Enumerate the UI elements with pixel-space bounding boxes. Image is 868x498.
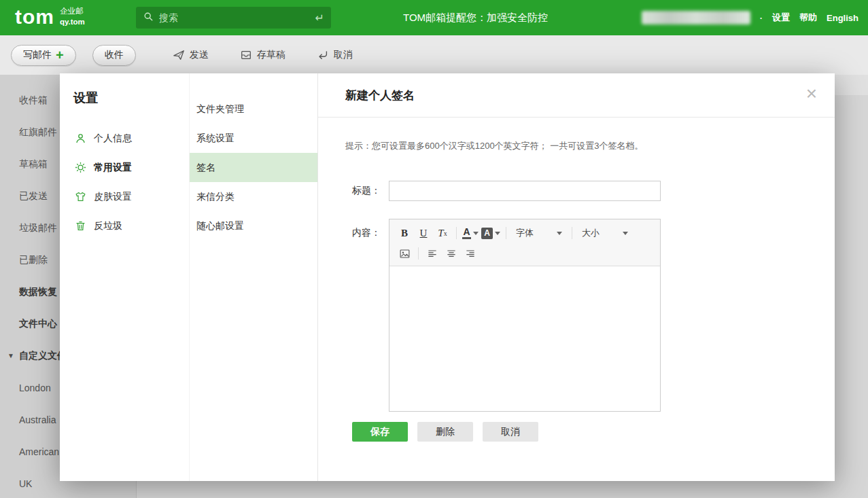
save-draft-button[interactable]: 存草稿 [240, 49, 285, 61]
compose-label: 写邮件 [23, 49, 52, 61]
menu-item-common-settings[interactable]: 常用设置 [60, 153, 189, 182]
underline-button[interactable]: U [415, 225, 432, 241]
nav-help-link[interactable]: 帮助 [799, 12, 817, 24]
rich-text-editor: B U Tx A A 字体 [389, 219, 661, 412]
insert-image-button[interactable] [396, 245, 413, 262]
menu-item-personal-info[interactable]: 个人信息 [60, 124, 189, 153]
brand-lines: 企业邮 qy.tom [60, 6, 85, 27]
save-draft-label: 存草稿 [257, 49, 285, 61]
toolbar-separator [456, 227, 457, 239]
cancel-signature-button[interactable]: 取消 [483, 422, 538, 442]
bold-button[interactable]: B [396, 225, 413, 241]
editor-toolbar: B U Tx A A 字体 [389, 219, 660, 266]
signature-tip: 提示：您可设置最多600个汉字或1200个英文字符； 一共可设置3个签名档。 [345, 140, 835, 152]
delete-signature-button[interactable]: 删除 [417, 422, 473, 442]
caret-down-icon [495, 232, 500, 235]
content-field-row: 内容： B U Tx A A [352, 219, 835, 412]
highlight-color-button[interactable]: A [481, 225, 500, 241]
title-field-row: 标题： [352, 181, 835, 201]
chevron-down-icon: ▼ [7, 352, 14, 359]
receive-label: 收件 [105, 49, 124, 61]
clear-format-button[interactable]: Tx [434, 225, 451, 241]
gear-icon [75, 162, 86, 173]
action-buttons: 保存 删除 取消 [352, 422, 835, 442]
title-field-label: 标题： [352, 185, 389, 197]
caret-down-icon [623, 232, 628, 235]
cancel-label: 取消 [334, 49, 353, 61]
trash-icon [75, 220, 86, 232]
user-icon [75, 132, 86, 144]
account-email-redacted[interactable] [642, 11, 750, 24]
send-icon [173, 49, 185, 61]
nav-settings-link[interactable]: 设置 [772, 12, 790, 24]
caret-down-icon [473, 232, 479, 235]
cancel-icon [317, 49, 329, 61]
signature-panel: 新建个人签名 × 提示：您可设置最多600个汉字或1200个英文字符； 一共可设… [317, 73, 835, 481]
tshirt-icon [75, 191, 86, 202]
content-field-label: 内容： [352, 219, 389, 239]
toolbar-separator [506, 227, 506, 239]
send-button[interactable]: 发送 [173, 49, 209, 61]
settings-modal: 设置 个人信息 常用设置 皮肤设置 反垃圾 文件夹管理 [60, 73, 835, 481]
align-center-button[interactable] [443, 245, 459, 262]
signature-title-input[interactable] [389, 181, 661, 201]
submenu-item-mail-classification[interactable]: 来信分类 [190, 182, 317, 211]
toolbar-separator [418, 247, 419, 260]
header-nav: · 设置 帮助 English [642, 0, 858, 35]
toolbar-separator [572, 227, 572, 239]
compose-button[interactable]: 写邮件 + [11, 45, 76, 66]
search-box[interactable]: ↵ [136, 7, 331, 29]
cancel-button[interactable]: 取消 [317, 49, 353, 61]
brand-logo[interactable]: tom 企业邮 qy.tom [15, 5, 85, 29]
enter-key-icon: ↵ [315, 12, 324, 24]
mail-toolbar: 写邮件 + 收件 发送 存草稿 取消 [0, 35, 868, 75]
brand-line1: 企业邮 [60, 6, 85, 17]
align-left-button[interactable] [424, 245, 440, 262]
security-notice: TOM邮箱提醒您：加强安全防控 [403, 0, 548, 35]
panel-header: 新建个人签名 [318, 73, 835, 118]
receive-button[interactable]: 收件 [92, 45, 136, 66]
nav-language-link[interactable]: English [827, 13, 858, 23]
search-input[interactable] [159, 12, 315, 23]
align-right-button[interactable] [462, 245, 479, 262]
save-signature-button[interactable]: 保存 [352, 422, 408, 442]
save-draft-icon [240, 49, 252, 61]
font-size-select[interactable]: 大小 [579, 225, 631, 241]
submenu-item-folder-management[interactable]: 文件夹管理 [190, 94, 317, 124]
settings-menu: 设置 个人信息 常用设置 皮肤设置 反垃圾 [60, 73, 189, 481]
menu-item-skin-settings[interactable]: 皮肤设置 [60, 182, 189, 211]
font-family-select[interactable]: 字体 [513, 225, 565, 241]
brand-line2: qy.tom [60, 17, 85, 28]
caret-down-icon [557, 232, 562, 235]
signature-content-area[interactable] [389, 266, 660, 411]
submenu-item-signature[interactable]: 签名 [190, 153, 317, 182]
search-icon [143, 11, 154, 24]
settings-title: 设置 [73, 90, 189, 106]
top-header: tom 企业邮 qy.tom ↵ TOM邮箱提醒您：加强安全防控 · 设置 帮助… [0, 0, 868, 35]
panel-title: 新建个人签名 [345, 88, 415, 103]
submenu-item-suixin-mail[interactable]: 随心邮设置 [190, 211, 317, 241]
nav-separator: · [760, 13, 763, 23]
menu-item-antispam[interactable]: 反垃圾 [60, 211, 189, 241]
plus-icon: + [56, 48, 64, 62]
close-icon[interactable]: × [806, 84, 817, 103]
send-label: 发送 [190, 49, 209, 61]
logo-text: tom [15, 5, 54, 29]
submenu-item-system-settings[interactable]: 系统设置 [190, 124, 317, 153]
font-color-button[interactable]: A [462, 225, 479, 241]
settings-submenu: 文件夹管理 系统设置 签名 来信分类 随心邮设置 [189, 73, 317, 481]
